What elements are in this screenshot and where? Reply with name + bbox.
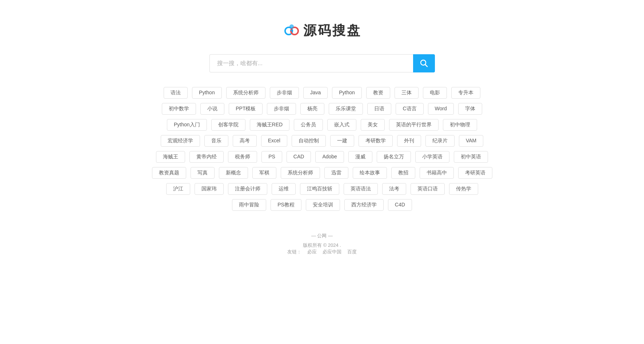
tag-item[interactable]: 宏观经济学 <box>161 135 200 147</box>
search-button[interactable] <box>413 54 435 72</box>
tag-item[interactable]: 自动控制 <box>292 135 326 147</box>
tag-item[interactable]: 三体 <box>395 87 419 99</box>
footer-copyright-text: 版权所有 © 2024 . <box>287 242 357 249</box>
tag-item[interactable]: 税务师 <box>228 151 257 163</box>
tag-item[interactable]: 西方经济学 <box>344 199 384 211</box>
footer-links-label: 友链： <box>287 249 301 255</box>
tag-item[interactable]: 考研数学 <box>359 135 393 147</box>
tag-item[interactable]: 教招 <box>391 167 415 179</box>
tag-item[interactable]: 纪录片 <box>425 135 455 147</box>
tag-item[interactable]: 小说 <box>200 103 224 115</box>
tag-item[interactable]: 步非烟 <box>267 103 296 115</box>
tag-item[interactable]: 日语 <box>367 103 391 115</box>
tag-item[interactable]: 写真 <box>191 167 215 179</box>
tag-item[interactable]: 国家玮 <box>195 183 224 195</box>
tag-item[interactable]: 初中物理 <box>443 119 477 131</box>
footer-link-bying-cn[interactable]: 必应中国 <box>323 249 341 255</box>
search-icon <box>420 59 428 67</box>
tag-item[interactable]: 海贼王 <box>156 151 185 163</box>
tag-item[interactable]: CAD <box>287 151 311 163</box>
tag-item[interactable]: C4D <box>388 199 412 211</box>
tag-item[interactable]: Python <box>332 87 362 99</box>
tag-item[interactable]: Excel <box>261 135 287 147</box>
tag-item[interactable]: 嵌入式 <box>327 119 356 131</box>
tag-item[interactable]: Word <box>428 103 454 115</box>
svg-point-2 <box>289 24 294 29</box>
tag-item[interactable]: 高考 <box>233 135 257 147</box>
tag-item[interactable]: 音乐 <box>204 135 228 147</box>
tag-item[interactable]: PPT模板 <box>229 103 263 115</box>
tag-item[interactable]: 语法 <box>164 87 188 99</box>
footer-links: 友链： 必应 必应中国 百度 <box>287 249 357 255</box>
tag-item[interactable]: 新概念 <box>219 167 248 179</box>
tag-item[interactable]: 教资真题 <box>152 167 186 179</box>
tag-item[interactable]: 专升本 <box>451 87 480 99</box>
search-area <box>209 54 435 72</box>
tag-item[interactable]: 教资 <box>366 87 390 99</box>
footer-link-bying[interactable]: 必应 <box>307 249 317 255</box>
tag-item[interactable]: 英语口语 <box>411 183 445 195</box>
tag-item[interactable]: 电影 <box>423 87 447 99</box>
tag-item[interactable]: 扬名立万 <box>377 151 411 163</box>
footer-divider-line: — 公网 — <box>311 233 333 238</box>
tag-item[interactable]: 雨中冒险 <box>232 199 266 211</box>
tag-item[interactable]: 公务员 <box>294 119 323 131</box>
tag-item[interactable]: Java <box>303 87 328 99</box>
tags-area: 语法Python系统分析师步非烟JavaPython教资三体电影专升本初中数学小… <box>140 87 504 211</box>
tag-item[interactable]: 书籍高中 <box>420 167 454 179</box>
tag-item[interactable]: 小学英语 <box>415 151 449 163</box>
tag-item[interactable]: 海贼王RED <box>250 119 290 131</box>
tag-item[interactable]: 创客学院 <box>211 119 245 131</box>
logo-icon <box>283 22 300 40</box>
tag-item[interactable]: 外刊 <box>397 135 421 147</box>
tag-item[interactable]: 安全培训 <box>306 199 340 211</box>
tag-item[interactable]: 迅雷 <box>324 167 348 179</box>
footer-link-baidu[interactable]: 百度 <box>347 249 357 255</box>
tag-item[interactable]: 系统分析师 <box>226 87 265 99</box>
tag-item[interactable]: 黄帝内经 <box>189 151 224 163</box>
tag-item[interactable]: 沪江 <box>166 183 190 195</box>
tag-item[interactable]: 传热学 <box>449 183 478 195</box>
tag-item[interactable]: 法考 <box>382 183 406 195</box>
tag-item[interactable]: 步非烟 <box>270 87 299 99</box>
tag-item[interactable]: 英语语法 <box>344 183 378 195</box>
svg-line-4 <box>425 65 427 67</box>
tag-item[interactable]: 运维 <box>272 183 296 195</box>
tag-item[interactable]: Python入门 <box>167 119 207 131</box>
tag-item[interactable]: 初中英语 <box>454 151 488 163</box>
tag-item[interactable]: 杨亮 <box>300 103 324 115</box>
footer: — 公网 — 版权所有 © 2024 . 友链： 必应 必应中国 百度 <box>287 233 357 255</box>
tag-item[interactable]: 字体 <box>458 103 482 115</box>
tag-item[interactable]: 美女 <box>361 119 385 131</box>
tag-item[interactable]: C语言 <box>396 103 423 115</box>
tag-item[interactable]: 乐乐课堂 <box>329 103 363 115</box>
tag-item[interactable]: VAM <box>459 135 483 147</box>
header: 源码搜盘 <box>283 22 361 40</box>
tag-item[interactable]: 注册会计师 <box>228 183 267 195</box>
tag-item[interactable]: PS教程 <box>271 199 301 211</box>
tag-item[interactable]: 绘本故事 <box>353 167 387 179</box>
footer-copyright: — 公网 — <box>287 233 357 239</box>
tag-item[interactable]: 江鸣百技斩 <box>300 183 339 195</box>
tag-item[interactable]: 英语的平行世界 <box>389 119 439 131</box>
tag-item[interactable]: PS <box>261 151 282 163</box>
tag-item[interactable]: Python <box>192 87 222 99</box>
tag-item[interactable]: 考研英语 <box>458 167 492 179</box>
tag-item[interactable]: 军棋 <box>252 167 276 179</box>
tag-item[interactable]: 一建 <box>330 135 354 147</box>
tag-item[interactable]: 漫威 <box>348 151 372 163</box>
site-title: 源码搜盘 <box>303 22 361 40</box>
tag-item[interactable]: Adobe <box>315 151 344 163</box>
tag-item[interactable]: 系统分析师 <box>281 167 320 179</box>
tag-item[interactable]: 初中数学 <box>162 103 196 115</box>
search-input[interactable] <box>209 54 413 72</box>
